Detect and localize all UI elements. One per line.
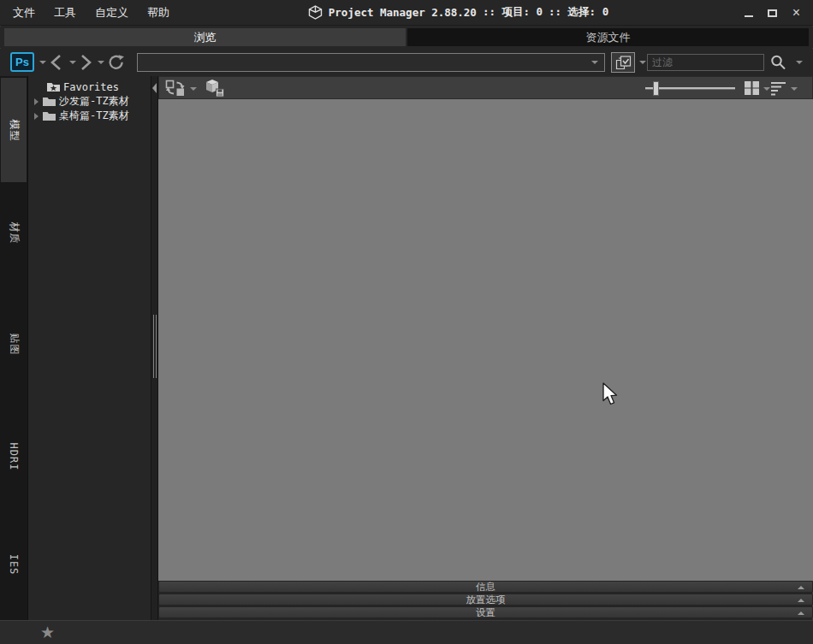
show-categories-toggle[interactable] xyxy=(611,52,635,73)
tab-browse[interactable]: 浏览 xyxy=(4,28,406,46)
photoshop-dropdown-caret[interactable] xyxy=(39,61,46,64)
panel-splitter[interactable] xyxy=(151,76,158,620)
panel-expand-icon xyxy=(798,599,804,602)
menu-bar: 文件 工具 自定义 帮助 xyxy=(0,1,179,25)
title-bar: 文件 工具 自定义 帮助 Project Manager 2.88.20 :: … xyxy=(0,0,813,26)
replace-model-icon[interactable] xyxy=(165,79,186,97)
window-controls: × xyxy=(738,4,813,21)
tree-item-label: Favorites xyxy=(63,81,119,93)
panel-info[interactable]: 信息 xyxy=(158,581,813,593)
category-tab-ies[interactable]: IES xyxy=(1,528,27,601)
view-dropdown-caret[interactable] xyxy=(763,87,770,91)
panel-settings[interactable]: 设置 xyxy=(158,606,813,618)
category-tab-hdri-label: HDRI xyxy=(8,443,20,471)
collapse-tree-icon[interactable] xyxy=(152,83,157,93)
panel-placement-label: 放置选项 xyxy=(466,594,506,605)
menu-tools[interactable]: 工具 xyxy=(45,1,86,25)
app-logo-icon xyxy=(308,5,323,20)
tree-item-favorites[interactable]: Favorites xyxy=(28,80,151,94)
address-combobox[interactable] xyxy=(137,53,605,72)
mouse-cursor xyxy=(602,382,620,408)
back-icon[interactable] xyxy=(47,54,66,71)
category-tab-textures-label: 贴图 xyxy=(7,333,21,355)
search-icon[interactable] xyxy=(769,54,786,71)
app-window: 文件 工具 自定义 帮助 Project Manager 2.88.20 :: … xyxy=(0,0,813,644)
address-dropdown-caret[interactable] xyxy=(591,61,598,64)
expand-arrow-icon[interactable] xyxy=(34,113,39,120)
layers-check-icon xyxy=(615,56,632,70)
favorites-folder-icon xyxy=(46,81,61,92)
sort-dropdown-caret[interactable] xyxy=(791,87,798,91)
favorite-star-icon[interactable]: ★ xyxy=(40,623,55,642)
address-input[interactable] xyxy=(138,56,591,68)
category-tab-materials-label: 材质 xyxy=(7,222,21,244)
menu-customize[interactable]: 自定义 xyxy=(86,1,138,25)
content-toolbar xyxy=(158,76,813,99)
category-tab-materials[interactable]: 材质 xyxy=(1,196,27,269)
tree-item-label: 沙发篇-TZ素材 xyxy=(59,94,129,109)
refresh-icon[interactable] xyxy=(108,54,126,71)
splitter-grip xyxy=(156,315,157,378)
window-title: Project Manager 2.88.20 :: 项目: 0 :: 选择: … xyxy=(179,5,738,20)
panel-settings-label: 设置 xyxy=(476,607,496,617)
main-tabs: 浏览 资源文件 xyxy=(0,27,813,48)
panel-placement-options[interactable]: 放置选项 xyxy=(158,594,813,606)
panel-expand-icon xyxy=(798,612,804,615)
close-button[interactable]: × xyxy=(786,4,807,21)
navigation-toolbar: Ps xyxy=(0,49,813,76)
folder-icon xyxy=(42,96,56,107)
panel-expand-icon xyxy=(798,586,804,589)
save-model-icon[interactable] xyxy=(205,79,225,97)
search-dropdown-caret[interactable] xyxy=(796,61,803,64)
thumbnail-size-slider-thumb[interactable] xyxy=(653,81,659,96)
category-strip: 模型 材质 贴图 HDRI IES xyxy=(0,76,28,620)
replace-dropdown-caret[interactable] xyxy=(190,87,197,91)
back-dropdown-caret[interactable] xyxy=(69,61,76,64)
category-tab-hdri[interactable]: HDRI xyxy=(1,420,27,493)
minimize-icon xyxy=(745,15,753,17)
category-tab-models[interactable]: 模型 xyxy=(1,78,27,182)
minimize-button[interactable] xyxy=(738,4,759,21)
selection-count: :: 选择: 0 xyxy=(549,5,608,20)
sort-icon[interactable] xyxy=(770,81,787,96)
maximize-button[interactable] xyxy=(762,4,783,21)
forward-icon[interactable] xyxy=(76,54,95,71)
filter-input[interactable] xyxy=(647,54,764,71)
menu-file[interactable]: 文件 xyxy=(3,1,45,25)
maximize-icon xyxy=(768,9,777,17)
expand-arrow-icon[interactable] xyxy=(34,98,39,105)
folder-tree: Favorites 沙发篇-TZ素材 桌椅篇-TZ素材 xyxy=(28,76,151,620)
categories-dropdown-caret[interactable] xyxy=(639,61,646,64)
status-bar: ★ xyxy=(0,620,813,644)
tree-item-table-chair[interactable]: 桌椅篇-TZ素材 xyxy=(28,109,151,123)
photoshop-button[interactable]: Ps xyxy=(10,52,34,72)
panel-info-label: 信息 xyxy=(476,582,496,592)
grid-view-icon[interactable] xyxy=(744,80,760,96)
category-tab-ies-label: IES xyxy=(8,554,20,576)
rollout-panels: 信息 放置选项 设置 xyxy=(158,581,813,619)
category-tab-textures[interactable]: 贴图 xyxy=(1,307,27,381)
menu-help[interactable]: 帮助 xyxy=(138,1,179,25)
tree-item-sofa[interactable]: 沙发篇-TZ素材 xyxy=(28,94,151,109)
project-count: :: 项目: 0 xyxy=(483,5,543,20)
category-tab-models-label: 模型 xyxy=(7,119,21,141)
folder-icon xyxy=(42,110,56,121)
tab-resource-files[interactable]: 资源文件 xyxy=(407,28,809,46)
tree-item-label: 桌椅篇-TZ素材 xyxy=(59,109,129,123)
close-icon: × xyxy=(792,6,800,20)
app-title-text: Project Manager 2.88.20 xyxy=(329,6,477,19)
forward-dropdown-caret[interactable] xyxy=(98,61,104,64)
asset-browser-canvas xyxy=(158,99,813,581)
splitter-grip xyxy=(153,315,154,378)
